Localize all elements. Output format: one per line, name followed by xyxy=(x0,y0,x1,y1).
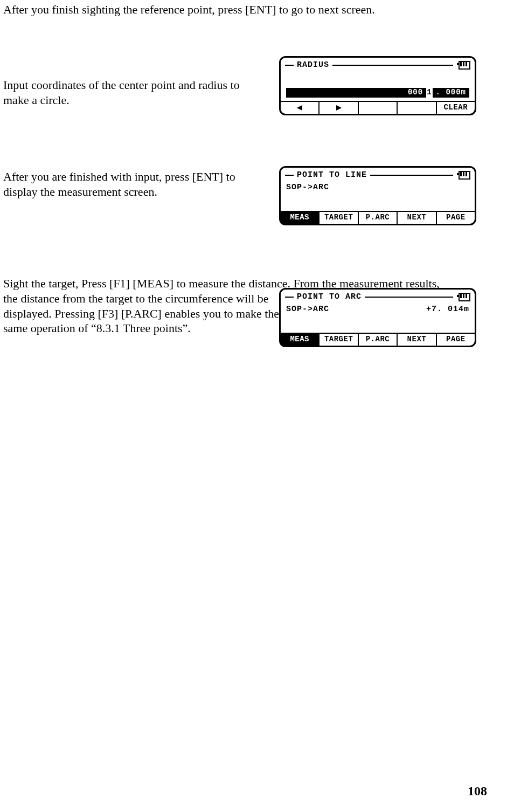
intro-paragraph-4-rest: the distance from the target to the circ… xyxy=(3,291,281,336)
lcd-screen-radius: RADIUS 000 1 . 000m CLEAR xyxy=(279,56,476,115)
intro-paragraph-1: After you finish sighting the reference … xyxy=(3,2,483,17)
screen-title: RADIUS xyxy=(297,60,329,71)
softkey-f5-page[interactable]: PAGE xyxy=(437,334,475,346)
softkey-f1-meas[interactable]: MEAS xyxy=(281,334,319,346)
battery-icon xyxy=(459,171,470,180)
softkey-f3-parc[interactable]: P.ARC xyxy=(359,334,398,346)
intro-paragraph-2: Input coordinates of the center point an… xyxy=(3,78,256,107)
screen-title: POINT TO LINE xyxy=(297,170,367,181)
screen-title: POINT TO ARC xyxy=(297,292,362,302)
softkey-row: CLEAR xyxy=(281,101,475,114)
softkey-f1-left[interactable] xyxy=(281,102,319,114)
softkey-f5-clear[interactable]: CLEAR xyxy=(437,102,475,114)
radius-cursor-digit: 1 xyxy=(427,88,432,98)
sop-arc-label: SOP->ARC xyxy=(286,183,329,193)
intro-paragraph-3: After you are finished with input, press… xyxy=(3,169,267,199)
softkey-f1-meas[interactable]: MEAS xyxy=(281,212,319,224)
radius-value-right: . 000m xyxy=(433,88,469,98)
battery-icon xyxy=(459,293,470,301)
lcd-screen-point-to-line: POINT TO LINE SOP->ARC MEAS TARGET P.ARC… xyxy=(279,166,476,225)
softkey-row: MEAS TARGET P.ARC NEXT PAGE xyxy=(281,211,475,224)
softkey-f2-target[interactable]: TARGET xyxy=(319,334,358,346)
sop-arc-label: SOP->ARC xyxy=(286,305,329,315)
softkey-f4-next[interactable]: NEXT xyxy=(398,212,436,224)
softkey-f2-target[interactable]: TARGET xyxy=(319,212,358,224)
softkey-f4-next[interactable]: NEXT xyxy=(398,334,436,346)
softkey-row: MEAS TARGET P.ARC NEXT PAGE xyxy=(281,333,475,346)
arrow-left-icon xyxy=(297,105,302,111)
radius-value-left: 000 xyxy=(405,88,426,98)
softkey-f3-parc[interactable]: P.ARC xyxy=(359,212,398,224)
softkey-f3-empty[interactable] xyxy=(359,102,398,114)
softkey-f2-right[interactable] xyxy=(319,102,358,114)
distance-value: +7. 014m xyxy=(426,305,469,315)
arrow-right-icon xyxy=(336,105,342,111)
lcd-screen-point-to-arc: POINT TO ARC SOP->ARC +7. 014m MEAS TARG… xyxy=(279,288,476,347)
page-number: 108 xyxy=(468,783,487,799)
battery-icon xyxy=(459,61,470,70)
radius-input-bar: 000 1 . 000m xyxy=(286,88,469,98)
softkey-f5-page[interactable]: PAGE xyxy=(437,212,475,224)
softkey-f4-empty[interactable] xyxy=(398,102,436,114)
